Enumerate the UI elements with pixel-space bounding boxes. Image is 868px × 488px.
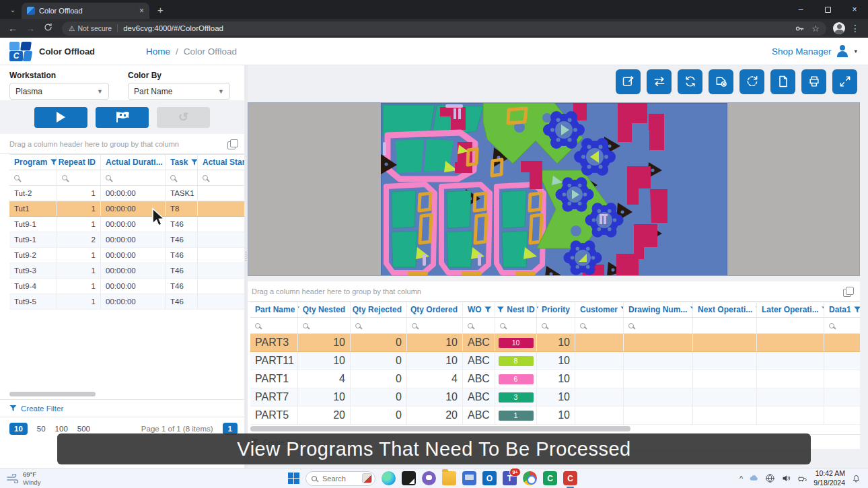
user-menu[interactable]: Shop Manager ▾ <box>772 45 857 57</box>
taskbar-teams-icon[interactable]: T9+ <box>503 471 517 485</box>
window-maximize-button[interactable] <box>814 0 841 19</box>
taskbar-edge-icon[interactable] <box>382 471 396 485</box>
column-header-program[interactable]: Program <box>9 155 57 170</box>
taskbar-chrome-icon[interactable] <box>523 471 537 485</box>
reprocess-button[interactable] <box>739 69 764 94</box>
search-cell[interactable] <box>298 318 351 333</box>
column-chooser-icon[interactable] <box>843 287 853 295</box>
column-header-part-name[interactable]: Part Name <box>250 302 298 317</box>
tray-expand-icon[interactable]: ^ <box>739 475 743 483</box>
new-document-button[interactable] <box>770 69 795 94</box>
column-header-actual-start[interactable]: Actual Start T <box>198 155 244 170</box>
search-cell[interactable] <box>407 318 463 333</box>
search-cell[interactable] <box>101 170 166 185</box>
sync-button[interactable] <box>678 69 702 94</box>
not-secure-chip[interactable]: ⚠ Not secure <box>69 24 118 32</box>
browser-menu-icon[interactable]: ⋮ <box>848 23 863 34</box>
column-header-next-operation[interactable]: Next Operati... <box>693 302 757 317</box>
window-close-button[interactable]: × <box>841 0 868 19</box>
nest-canvas[interactable] <box>248 102 860 276</box>
table-row[interactable]: PART520 020 ABC 1 10 <box>250 407 860 425</box>
table-row-selected[interactable]: Tut11 00:00:00T8 <box>9 201 244 217</box>
browser-tab[interactable]: Color Offload × <box>22 3 149 19</box>
filter-icon[interactable] <box>497 306 504 314</box>
column-header-wo[interactable]: WO <box>463 302 495 317</box>
table-row[interactable]: Tut9-51 00:00:00T46 <box>9 294 244 310</box>
column-header-drawing-number[interactable]: Drawing Num... <box>624 302 693 317</box>
search-cell[interactable] <box>166 170 198 185</box>
browser-profile-avatar[interactable] <box>833 22 845 34</box>
search-cell[interactable] <box>198 170 244 185</box>
column-header-task[interactable]: Task <box>166 155 198 170</box>
column-header-data1[interactable]: Data1 <box>824 302 860 317</box>
table-row[interactable]: Tut9-41 00:00:00T46 <box>9 279 244 294</box>
search-cell[interactable] <box>537 318 575 333</box>
table-row-selected[interactable]: PART310 010 ABC 10 10 <box>250 334 860 352</box>
column-header-actual-duration[interactable]: Actual Durati... <box>101 155 166 170</box>
search-cell[interactable] <box>57 170 101 185</box>
transfer-button[interactable] <box>647 69 672 94</box>
page-size-50[interactable]: 50 <box>37 425 46 433</box>
search-cell[interactable] <box>463 318 495 333</box>
column-header-repeat-id[interactable]: Repeat ID <box>57 155 101 170</box>
tab-close-icon[interactable]: × <box>139 6 144 15</box>
table-row[interactable]: Tut9-21 00:00:00T46 <box>9 248 244 263</box>
horizontal-scrollbar[interactable] <box>9 392 96 396</box>
table-row[interactable]: PART1110 010 ABC 8 10 <box>250 352 860 370</box>
page-size-100[interactable]: 100 <box>55 425 68 433</box>
taskbar-clock[interactable]: 10:42 AM 9/18/2024 <box>813 469 845 487</box>
filter-icon[interactable] <box>298 306 300 314</box>
password-key-icon[interactable] <box>795 24 805 34</box>
search-cell[interactable] <box>250 318 298 333</box>
reload-button[interactable] <box>40 23 55 34</box>
filter-icon[interactable] <box>537 306 539 314</box>
network-icon[interactable] <box>765 473 775 483</box>
taskbar-file-explorer-icon[interactable] <box>442 471 456 485</box>
search-cell[interactable] <box>495 318 537 333</box>
filter-icon[interactable] <box>407 306 408 314</box>
taskbar-chat-icon[interactable] <box>422 471 436 485</box>
print-button[interactable] <box>801 69 826 94</box>
edit-button[interactable] <box>616 69 641 94</box>
table-row[interactable]: Tut9-11 00:00:00T46 <box>9 217 244 232</box>
column-header-qty-rejected[interactable]: Qty Rejected <box>351 302 407 317</box>
table-row[interactable]: Tut9-12 00:00:00T46 <box>9 232 244 248</box>
notification-bell-icon[interactable] <box>851 473 861 483</box>
table-row[interactable]: PART710 010 ABC 3 10 <box>250 388 860 407</box>
column-header-qty-ordered[interactable]: Qty Ordered <box>407 302 463 317</box>
search-cell[interactable] <box>351 318 407 333</box>
table-row[interactable]: PART14 04 ABC 6 10 <box>250 370 860 388</box>
remove-nest-button[interactable] <box>709 69 733 94</box>
search-cell[interactable] <box>824 318 860 333</box>
search-cell[interactable] <box>9 170 57 185</box>
column-header-nest-id[interactable]: Nest ID <box>495 302 537 317</box>
filter-icon[interactable] <box>854 306 860 314</box>
onedrive-cloud-icon[interactable] <box>749 473 759 483</box>
taskbar-devices-icon[interactable] <box>462 471 476 485</box>
search-cell[interactable] <box>624 318 693 333</box>
page-size-500[interactable]: 500 <box>77 425 90 433</box>
bookmark-star-icon[interactable]: ☆ <box>811 24 820 34</box>
forward-button[interactable]: → <box>23 23 38 34</box>
taskbar-photos-icon[interactable] <box>402 471 416 485</box>
taskbar-weather-widget[interactable]: 69°FWindy <box>7 470 108 487</box>
column-chooser-icon[interactable] <box>227 139 238 148</box>
volume-icon[interactable] <box>781 473 791 483</box>
page-size-10[interactable]: 10 <box>9 423 28 435</box>
table-row[interactable]: Tut-21 00:00:00TASK1 <box>9 186 244 201</box>
column-header-customer[interactable]: Customer <box>575 302 624 317</box>
taskbar-camtasia-icon[interactable]: C <box>543 471 557 485</box>
window-minimize-button[interactable]: – <box>787 0 814 19</box>
column-header-later-operation[interactable]: Later Operati... <box>757 302 824 317</box>
color-by-select[interactable]: Part Name ▼ <box>128 83 230 100</box>
address-bar[interactable]: ⚠ Not secure dev6cvg:4000/#/ColorOffload… <box>62 22 826 36</box>
table-row[interactable]: Tut9-31 00:00:00T46 <box>9 263 244 279</box>
workstation-select[interactable]: Plasma ▼ <box>9 83 109 100</box>
column-header-priority[interactable]: Priority <box>537 302 575 317</box>
search-cell[interactable] <box>575 318 624 333</box>
filter-icon[interactable] <box>190 159 198 166</box>
fullscreen-button[interactable] <box>832 69 857 94</box>
start-button[interactable] <box>288 473 299 484</box>
filter-icon[interactable] <box>484 306 492 314</box>
column-header-qty-nested[interactable]: Qty Nested <box>298 302 351 317</box>
